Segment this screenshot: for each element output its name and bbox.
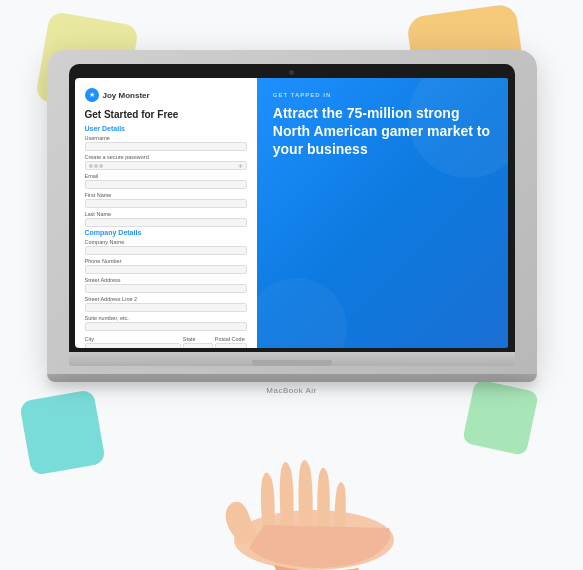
lastname-label: Last Name: [85, 211, 247, 217]
screen-content: ★ Joy Monster Get Started for Free User …: [75, 78, 509, 348]
phone-input[interactable]: [85, 265, 247, 274]
logo-text: Joy Monster: [103, 91, 150, 100]
suite-input[interactable]: [85, 322, 247, 331]
state-input[interactable]: [183, 343, 213, 348]
laptop-bottom-edge: [47, 374, 537, 382]
zip-label: Postal Code: [215, 336, 247, 342]
screen-bezel: ★ Joy Monster Get Started for Free User …: [69, 64, 515, 352]
email-label: Email: [85, 173, 247, 179]
laptop-camera: [289, 70, 294, 75]
phone-label: Phone Number: [85, 258, 247, 264]
address2-input[interactable]: [85, 303, 247, 312]
logo-row: ★ Joy Monster: [85, 88, 247, 102]
user-details-label: User Details: [85, 125, 247, 132]
lastname-input[interactable]: [85, 218, 247, 227]
laptop: ★ Joy Monster Get Started for Free User …: [47, 50, 537, 395]
hand-illustration: [204, 410, 424, 570]
form-title: Get Started for Free: [85, 109, 247, 120]
eye-icon: 👁: [238, 163, 243, 169]
headline-text: Attract the 75-million strong North Amer…: [273, 104, 493, 159]
state-field: State: [183, 333, 213, 348]
firstname-input[interactable]: [85, 199, 247, 208]
city-field: City: [85, 333, 181, 348]
zip-input[interactable]: [215, 343, 247, 348]
macbook-label: MacBook Air: [47, 386, 537, 395]
laptop-body: ★ Joy Monster Get Started for Free User …: [47, 50, 537, 374]
zip-field: Postal Code: [215, 333, 247, 348]
company-details-label: Company Details: [85, 229, 247, 236]
address1-input[interactable]: [85, 284, 247, 293]
username-input[interactable]: [85, 142, 247, 151]
suite-label: Suite number, etc.: [85, 315, 247, 321]
password-label: Create a secure password: [85, 154, 247, 160]
company-label: Company Name: [85, 239, 247, 245]
address1-label: Street Address: [85, 277, 247, 283]
email-input[interactable]: [85, 180, 247, 189]
laptop-base: [69, 352, 515, 366]
address2-label: Street Address Line 2: [85, 296, 247, 302]
state-label: State: [183, 336, 213, 342]
company-input[interactable]: [85, 246, 247, 255]
form-panel: ★ Joy Monster Get Started for Free User …: [75, 78, 257, 348]
firstname-label: First Name: [85, 192, 247, 198]
city-label: City: [85, 336, 181, 342]
city-input[interactable]: [85, 343, 181, 348]
logo-icon: ★: [85, 88, 99, 102]
password-input[interactable]: 👁: [85, 161, 247, 170]
right-panel: GET TAPPED IN Attract the 75-million str…: [257, 78, 509, 348]
username-label: Username: [85, 135, 247, 141]
bg-shape-teal: [19, 389, 106, 476]
laptop-notch: [252, 360, 332, 366]
eyebrow-text: GET TAPPED IN: [273, 92, 493, 98]
city-row: City State Postal Code: [85, 333, 247, 348]
